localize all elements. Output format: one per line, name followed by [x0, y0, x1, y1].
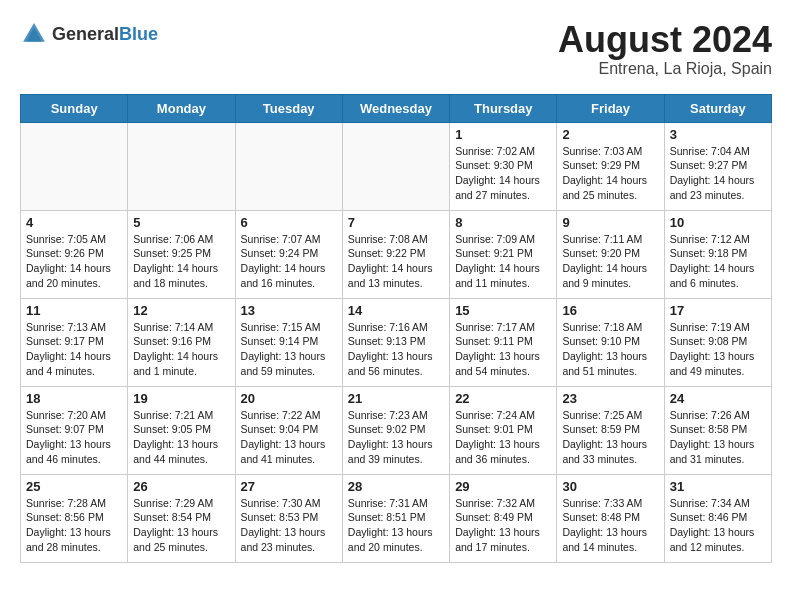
date-number: 19 [133, 391, 229, 406]
cell-info: Sunrise: 7:33 AM Sunset: 8:48 PM Dayligh… [562, 496, 658, 555]
week-row-1: 1Sunrise: 7:02 AM Sunset: 9:30 PM Daylig… [21, 122, 772, 210]
cell-info: Sunrise: 7:09 AM Sunset: 9:21 PM Dayligh… [455, 232, 551, 291]
cell-info: Sunrise: 7:15 AM Sunset: 9:14 PM Dayligh… [241, 320, 337, 379]
date-number: 4 [26, 215, 122, 230]
cell-info: Sunrise: 7:20 AM Sunset: 9:07 PM Dayligh… [26, 408, 122, 467]
calendar-cell: 23Sunrise: 7:25 AM Sunset: 8:59 PM Dayli… [557, 386, 664, 474]
calendar-cell: 2Sunrise: 7:03 AM Sunset: 9:29 PM Daylig… [557, 122, 664, 210]
calendar-body: 1Sunrise: 7:02 AM Sunset: 9:30 PM Daylig… [21, 122, 772, 562]
week-row-4: 18Sunrise: 7:20 AM Sunset: 9:07 PM Dayli… [21, 386, 772, 474]
week-row-5: 25Sunrise: 7:28 AM Sunset: 8:56 PM Dayli… [21, 474, 772, 562]
date-number: 23 [562, 391, 658, 406]
calendar-cell: 18Sunrise: 7:20 AM Sunset: 9:07 PM Dayli… [21, 386, 128, 474]
date-number: 1 [455, 127, 551, 142]
day-header-thursday: Thursday [450, 94, 557, 122]
cell-info: Sunrise: 7:06 AM Sunset: 9:25 PM Dayligh… [133, 232, 229, 291]
calendar-cell: 7Sunrise: 7:08 AM Sunset: 9:22 PM Daylig… [342, 210, 449, 298]
date-number: 3 [670, 127, 766, 142]
calendar-cell: 8Sunrise: 7:09 AM Sunset: 9:21 PM Daylig… [450, 210, 557, 298]
calendar-cell [128, 122, 235, 210]
date-number: 25 [26, 479, 122, 494]
calendar-cell [21, 122, 128, 210]
logo-general: General [52, 24, 119, 44]
calendar-cell: 1Sunrise: 7:02 AM Sunset: 9:30 PM Daylig… [450, 122, 557, 210]
cell-info: Sunrise: 7:28 AM Sunset: 8:56 PM Dayligh… [26, 496, 122, 555]
date-number: 28 [348, 479, 444, 494]
calendar-cell: 14Sunrise: 7:16 AM Sunset: 9:13 PM Dayli… [342, 298, 449, 386]
date-number: 15 [455, 303, 551, 318]
calendar-cell: 27Sunrise: 7:30 AM Sunset: 8:53 PM Dayli… [235, 474, 342, 562]
calendar-cell [235, 122, 342, 210]
calendar-cell: 17Sunrise: 7:19 AM Sunset: 9:08 PM Dayli… [664, 298, 771, 386]
cell-info: Sunrise: 7:23 AM Sunset: 9:02 PM Dayligh… [348, 408, 444, 467]
cell-info: Sunrise: 7:17 AM Sunset: 9:11 PM Dayligh… [455, 320, 551, 379]
cell-info: Sunrise: 7:14 AM Sunset: 9:16 PM Dayligh… [133, 320, 229, 379]
date-number: 17 [670, 303, 766, 318]
date-number: 14 [348, 303, 444, 318]
logo-icon [20, 20, 48, 48]
calendar-cell: 3Sunrise: 7:04 AM Sunset: 9:27 PM Daylig… [664, 122, 771, 210]
cell-info: Sunrise: 7:22 AM Sunset: 9:04 PM Dayligh… [241, 408, 337, 467]
cell-info: Sunrise: 7:30 AM Sunset: 8:53 PM Dayligh… [241, 496, 337, 555]
date-number: 11 [26, 303, 122, 318]
calendar-cell: 9Sunrise: 7:11 AM Sunset: 9:20 PM Daylig… [557, 210, 664, 298]
cell-info: Sunrise: 7:25 AM Sunset: 8:59 PM Dayligh… [562, 408, 658, 467]
cell-info: Sunrise: 7:21 AM Sunset: 9:05 PM Dayligh… [133, 408, 229, 467]
cell-info: Sunrise: 7:16 AM Sunset: 9:13 PM Dayligh… [348, 320, 444, 379]
date-number: 10 [670, 215, 766, 230]
logo-blue: Blue [119, 24, 158, 44]
calendar-table: SundayMondayTuesdayWednesdayThursdayFrid… [20, 94, 772, 563]
calendar-cell: 13Sunrise: 7:15 AM Sunset: 9:14 PM Dayli… [235, 298, 342, 386]
calendar-cell: 30Sunrise: 7:33 AM Sunset: 8:48 PM Dayli… [557, 474, 664, 562]
date-number: 12 [133, 303, 229, 318]
calendar-cell: 25Sunrise: 7:28 AM Sunset: 8:56 PM Dayli… [21, 474, 128, 562]
cell-info: Sunrise: 7:12 AM Sunset: 9:18 PM Dayligh… [670, 232, 766, 291]
calendar-cell: 11Sunrise: 7:13 AM Sunset: 9:17 PM Dayli… [21, 298, 128, 386]
cell-info: Sunrise: 7:04 AM Sunset: 9:27 PM Dayligh… [670, 144, 766, 203]
cell-info: Sunrise: 7:19 AM Sunset: 9:08 PM Dayligh… [670, 320, 766, 379]
cell-info: Sunrise: 7:05 AM Sunset: 9:26 PM Dayligh… [26, 232, 122, 291]
date-number: 20 [241, 391, 337, 406]
calendar-cell: 15Sunrise: 7:17 AM Sunset: 9:11 PM Dayli… [450, 298, 557, 386]
calendar-cell: 12Sunrise: 7:14 AM Sunset: 9:16 PM Dayli… [128, 298, 235, 386]
date-number: 26 [133, 479, 229, 494]
calendar-cell: 28Sunrise: 7:31 AM Sunset: 8:51 PM Dayli… [342, 474, 449, 562]
calendar-cell: 19Sunrise: 7:21 AM Sunset: 9:05 PM Dayli… [128, 386, 235, 474]
logo: GeneralBlue [20, 20, 158, 48]
logo-text: GeneralBlue [52, 24, 158, 45]
date-number: 6 [241, 215, 337, 230]
date-number: 9 [562, 215, 658, 230]
date-number: 29 [455, 479, 551, 494]
cell-info: Sunrise: 7:24 AM Sunset: 9:01 PM Dayligh… [455, 408, 551, 467]
cell-info: Sunrise: 7:02 AM Sunset: 9:30 PM Dayligh… [455, 144, 551, 203]
calendar-cell: 16Sunrise: 7:18 AM Sunset: 9:10 PM Dayli… [557, 298, 664, 386]
cell-info: Sunrise: 7:11 AM Sunset: 9:20 PM Dayligh… [562, 232, 658, 291]
date-number: 18 [26, 391, 122, 406]
cell-info: Sunrise: 7:13 AM Sunset: 9:17 PM Dayligh… [26, 320, 122, 379]
calendar-cell: 31Sunrise: 7:34 AM Sunset: 8:46 PM Dayli… [664, 474, 771, 562]
day-header-wednesday: Wednesday [342, 94, 449, 122]
month-year: August 2024 [558, 20, 772, 60]
date-number: 7 [348, 215, 444, 230]
location: Entrena, La Rioja, Spain [558, 60, 772, 78]
date-number: 16 [562, 303, 658, 318]
week-row-2: 4Sunrise: 7:05 AM Sunset: 9:26 PM Daylig… [21, 210, 772, 298]
title-block: August 2024 Entrena, La Rioja, Spain [558, 20, 772, 78]
date-number: 24 [670, 391, 766, 406]
day-header-tuesday: Tuesday [235, 94, 342, 122]
cell-info: Sunrise: 7:18 AM Sunset: 9:10 PM Dayligh… [562, 320, 658, 379]
calendar-cell: 5Sunrise: 7:06 AM Sunset: 9:25 PM Daylig… [128, 210, 235, 298]
date-number: 2 [562, 127, 658, 142]
date-number: 27 [241, 479, 337, 494]
day-header-sunday: Sunday [21, 94, 128, 122]
calendar-cell: 22Sunrise: 7:24 AM Sunset: 9:01 PM Dayli… [450, 386, 557, 474]
day-header-monday: Monday [128, 94, 235, 122]
calendar-header: SundayMondayTuesdayWednesdayThursdayFrid… [21, 94, 772, 122]
date-number: 8 [455, 215, 551, 230]
date-number: 30 [562, 479, 658, 494]
calendar-cell: 4Sunrise: 7:05 AM Sunset: 9:26 PM Daylig… [21, 210, 128, 298]
calendar-cell: 6Sunrise: 7:07 AM Sunset: 9:24 PM Daylig… [235, 210, 342, 298]
calendar-cell: 24Sunrise: 7:26 AM Sunset: 8:58 PM Dayli… [664, 386, 771, 474]
week-row-3: 11Sunrise: 7:13 AM Sunset: 9:17 PM Dayli… [21, 298, 772, 386]
cell-info: Sunrise: 7:32 AM Sunset: 8:49 PM Dayligh… [455, 496, 551, 555]
